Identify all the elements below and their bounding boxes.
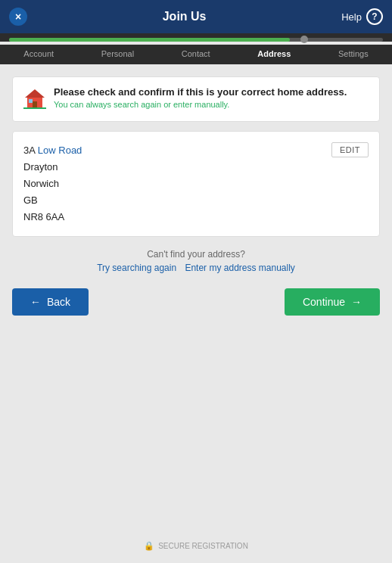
svg-rect-2 [33, 101, 37, 108]
address-card: 3A Low Road Drayton Norwich GB NR8 6AA E… [12, 131, 380, 237]
help-icon-button[interactable]: ? [366, 8, 383, 25]
progress-fill [9, 38, 290, 42]
tab-contact[interactable]: Contact [176, 48, 216, 60]
help-button[interactable]: Help [341, 11, 362, 23]
tab-settings[interactable]: Settings [332, 48, 375, 60]
address-line1-plain: 3A [23, 145, 38, 156]
svg-rect-5 [23, 107, 27, 109]
cant-find-text: Can't find your address? [12, 249, 380, 260]
edit-address-button[interactable]: EDIT [331, 142, 369, 157]
svg-rect-6 [42, 107, 46, 109]
tab-account[interactable]: Account [17, 48, 60, 60]
house-icon [23, 88, 46, 112]
back-arrow-icon: ← [30, 296, 41, 308]
try-again-link[interactable]: Try searching again [97, 263, 176, 273]
header: × Join Us Help ? [0, 0, 392, 33]
tab-address[interactable]: Address [251, 48, 297, 60]
svg-rect-4 [27, 107, 42, 109]
address-display: 3A Low Road Drayton Norwich GB NR8 6AA [23, 142, 369, 226]
progress-dot [300, 36, 308, 43]
helper-section: Can't find your address? Try searching a… [12, 249, 380, 273]
info-card: Please check and confirm if this is your… [12, 76, 380, 122]
progress-section [0, 33, 392, 42]
manual-entry-link[interactable]: Enter my address manually [185, 263, 294, 273]
progress-track [9, 38, 383, 42]
tab-personal[interactable]: Personal [95, 48, 140, 60]
address-line2: Drayton [23, 159, 369, 176]
info-text-area: Please check and confirm if this is your… [54, 86, 347, 109]
secure-text: SECURE REGISTRATION [158, 542, 248, 550]
address-line1: 3A Low Road [23, 142, 369, 159]
continue-arrow-icon: → [351, 296, 362, 308]
page-title: Join Us [163, 10, 207, 23]
address-line4: GB [23, 192, 369, 209]
action-buttons: ← Back Continue → [12, 288, 380, 316]
info-main-text: Please check and confirm if this is your… [54, 86, 347, 98]
main-content: Please check and confirm if this is your… [0, 64, 392, 552]
lock-icon: 🔒 [144, 541, 154, 551]
address-line1-highlight: Low Road [38, 145, 82, 156]
svg-rect-3 [29, 99, 33, 103]
address-line3: Norwich [23, 176, 369, 192]
nav-tabs: Account Personal Contact Address Setting… [0, 45, 392, 64]
svg-marker-0 [25, 89, 45, 98]
back-label: Back [47, 296, 70, 308]
close-button[interactable]: × [9, 8, 27, 26]
continue-label: Continue [303, 296, 345, 308]
footer: 🔒 SECURE REGISTRATION [0, 541, 392, 551]
info-sub-text: You can always search again or enter man… [54, 100, 347, 109]
helper-links: Try searching again Enter my address man… [12, 263, 380, 273]
help-area: Help ? [341, 8, 383, 25]
address-line5: NR8 6AA [23, 209, 369, 226]
back-button[interactable]: ← Back [12, 288, 89, 316]
link-divider [179, 263, 182, 273]
continue-button[interactable]: Continue → [285, 288, 380, 316]
